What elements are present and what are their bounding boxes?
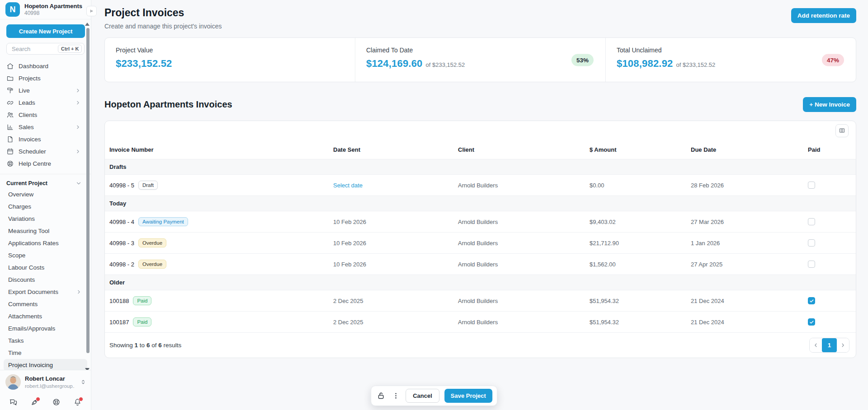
unlock-icon[interactable] — [376, 391, 386, 401]
status-badge: Overdue — [138, 260, 166, 269]
project-item-attachments[interactable]: Attachments — [4, 310, 87, 322]
notification-dot — [79, 397, 83, 401]
project-item-emails-approvals[interactable]: Emails/Approvals — [4, 322, 87, 335]
avatar — [5, 374, 21, 390]
project-item-tasks[interactable]: Tasks — [4, 335, 87, 347]
invoice-number: 40998 - 2 — [109, 261, 134, 268]
org-name: Hopeton Apartments — [24, 3, 82, 9]
link-icon — [6, 99, 14, 107]
column-header: Due Date — [691, 146, 808, 153]
invoice-row[interactable]: 40998 - 3 Overdue 10 Feb 2026 Arnold Bui… — [105, 232, 856, 253]
chevron-right-icon — [76, 289, 82, 295]
sidebar-item-help-centre[interactable]: Help Centre — [0, 158, 91, 170]
create-new-project-button[interactable]: Create New Project — [6, 24, 85, 38]
status-badge: Draft — [138, 181, 158, 190]
sidebar-collapse-button[interactable] — [86, 6, 97, 16]
sidebar-item-dashboard[interactable]: Dashboard — [0, 60, 91, 72]
client-cell: Arnold Builders — [458, 240, 590, 247]
invoices-table-card: Invoice NumberDate SentClient$ AmountDue… — [104, 121, 856, 358]
main-content: Project Invoices Create and manage this … — [91, 0, 868, 410]
paid-checkbox[interactable] — [808, 297, 815, 304]
chevron-right-icon — [75, 149, 81, 154]
invoice-row[interactable]: 40998 - 5 Draft Select date Arnold Build… — [105, 174, 856, 196]
sidebar-item-scheduler[interactable]: Scheduler — [0, 145, 91, 158]
table-group-row: Older — [105, 275, 856, 290]
main-menu: Dashboard Projects Live Leads Clients Sa… — [0, 60, 91, 170]
save-action-bar: Cancel Save Project — [371, 386, 497, 406]
whats-new-rocket-icon[interactable] — [30, 398, 39, 406]
due-date-cell: 21 Dec 2024 — [691, 319, 808, 326]
invoice-row[interactable]: 40998 - 2 Overdue 10 Feb 2026 Arnold Bui… — [105, 253, 856, 275]
chat-icon[interactable] — [9, 398, 18, 406]
search-box[interactable]: Ctrl + K — [6, 43, 85, 55]
more-options-kebab-icon[interactable] — [391, 391, 401, 401]
project-item-charges[interactable]: Charges — [4, 200, 87, 213]
invoice-number: 100187 — [109, 319, 129, 326]
sidebar: N Hopeton Apartments 40998 Create New Pr… — [0, 0, 91, 410]
sidebar-item-sales[interactable]: Sales — [0, 121, 91, 133]
client-cell: Arnold Builders — [458, 219, 590, 225]
sidebar-scroll-up-arrow[interactable] — [85, 23, 90, 26]
stat-label: Project Value — [116, 47, 344, 54]
stats-card: Project Value $233,152.52 Claimed To Dat… — [104, 37, 856, 82]
invoice-row[interactable]: 100188 Paid 2 Dec 2025 Arnold Builders $… — [105, 290, 856, 311]
page-number[interactable]: 1 — [822, 338, 837, 352]
sidebar-scrollbar-thumb[interactable] — [86, 28, 90, 353]
due-date-cell: 21 Dec 2024 — [691, 298, 808, 304]
add-retention-rate-button[interactable]: Add retention rate — [791, 8, 856, 23]
sidebar-item-leads[interactable]: Leads — [0, 97, 91, 109]
project-item-time[interactable]: Time — [4, 347, 87, 359]
paid-checkbox[interactable] — [808, 239, 815, 247]
stat-of-total: of $233,152.52 — [426, 61, 465, 68]
project-item-labour-costs[interactable]: Labour Costs — [4, 261, 87, 274]
paid-checkbox[interactable] — [808, 261, 815, 268]
project-item-export-documents[interactable]: Export Documents — [4, 286, 87, 298]
bell-icon[interactable] — [73, 398, 82, 406]
org-header[interactable]: N Hopeton Apartments 40998 — [0, 0, 91, 19]
amount-cell: $51,954.32 — [590, 319, 691, 326]
amount-cell: $21,712.90 — [590, 240, 691, 247]
people-icon — [6, 111, 14, 119]
next-page-button[interactable] — [837, 338, 849, 352]
status-badge: Awaiting Payment — [138, 217, 188, 226]
user-menu[interactable]: Robert Loncar robert.l@ushergroup.... — [0, 370, 91, 394]
unclaimed-percent-badge: 47% — [822, 54, 844, 66]
sidebar-item-projects[interactable]: Projects — [0, 72, 91, 84]
project-item-applications-rates[interactable]: Applications Rates — [4, 237, 87, 249]
paid-checkbox[interactable] — [808, 218, 815, 225]
table-group-row: Today — [105, 196, 856, 211]
project-item-comments[interactable]: Comments — [4, 298, 87, 310]
cancel-button[interactable]: Cancel — [406, 389, 439, 403]
chart-icon — [6, 123, 14, 131]
current-project-header[interactable]: Current Project — [0, 178, 91, 188]
stat-project-value: Project Value $233,152.52 — [105, 38, 355, 82]
help-lifebuoy-icon[interactable] — [52, 398, 61, 406]
sidebar-item-invoices[interactable]: Invoices — [0, 133, 91, 145]
sidebar-item-live[interactable]: Live — [0, 84, 91, 97]
column-header: Date Sent — [333, 146, 458, 153]
chevron-right-icon — [75, 124, 81, 130]
table-columns-button[interactable] — [835, 124, 849, 137]
due-date-cell: 27 Mar 2026 — [691, 219, 808, 225]
prev-page-button[interactable] — [810, 338, 822, 352]
paid-checkbox[interactable] — [808, 318, 815, 326]
invoice-row[interactable]: 100187 Paid 2 Dec 2025 Arnold Builders $… — [105, 311, 856, 332]
invoice-row[interactable]: 40998 - 4 Awaiting Payment 10 Feb 2026 A… — [105, 211, 856, 232]
save-project-button[interactable]: Save Project — [444, 389, 492, 403]
search-input[interactable] — [11, 45, 58, 53]
paid-checkbox[interactable] — [808, 182, 815, 189]
project-item-scope[interactable]: Scope — [4, 249, 87, 261]
select-date-link[interactable]: Select date — [333, 182, 458, 189]
stat-claimed-to-date: Claimed To Date $124,169.60 of $233,152.… — [355, 38, 605, 82]
project-item-overview[interactable]: Overview — [4, 188, 87, 200]
new-invoice-button[interactable]: + New Invoice — [803, 97, 856, 112]
chevron-right-icon — [75, 100, 81, 106]
help-icon — [6, 160, 14, 168]
project-item-measuring-tool[interactable]: Measuring Tool — [4, 225, 87, 237]
project-item-discounts[interactable]: Discounts — [4, 274, 87, 286]
sidebar-bottom-toolbar — [0, 394, 91, 410]
results-summary: Showing 1 to 6 of 6 results — [109, 342, 181, 349]
project-item-project-invoicing[interactable]: Project Invoicing — [4, 359, 87, 371]
sidebar-item-clients[interactable]: Clients — [0, 109, 91, 121]
project-item-variations[interactable]: Variations — [4, 213, 87, 225]
